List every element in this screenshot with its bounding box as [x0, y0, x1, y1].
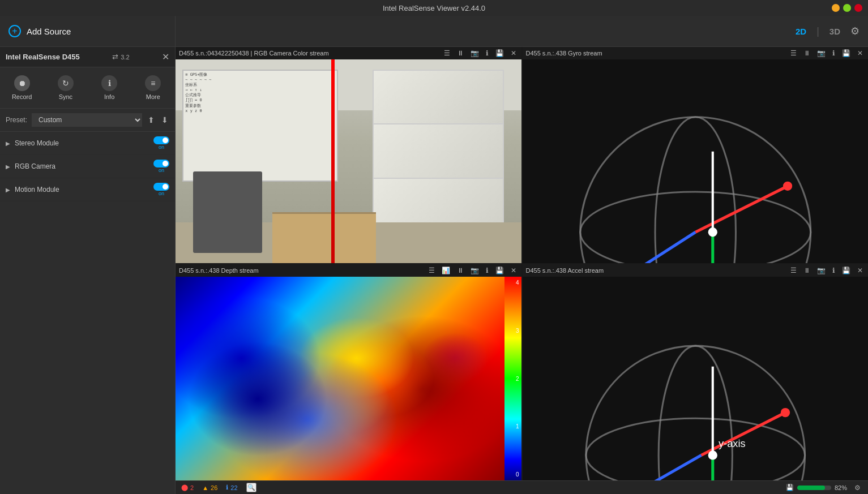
rgb-toggle[interactable] [153, 160, 169, 167]
gyro-close-button[interactable]: ✕ [856, 49, 865, 58]
view-3d-button[interactable]: 3D [825, 24, 845, 38]
error-icon: ⬤ [181, 484, 188, 491]
rgb-stream-content: ≡ GPS+图像~ ~ ~ ~ ~ ~坐标系→ ← ↑ ↓公式推导∫∑∏ = 0… [176, 59, 521, 263]
search-log-icon: 🔍 [247, 484, 255, 491]
accel-stream-content: y-axis [523, 277, 869, 480]
depth-stream-panel: D455 s.n.:.438 Depth stream ☰ 📊 ⏸ 📷 ℹ 💾 … [176, 264, 521, 480]
motion-toggle-container: on [153, 183, 169, 196]
gyro-pause-button[interactable]: ⏸ [802, 49, 812, 58]
rgb-stream-header: D455 s.n.:043422250438 | RGB Camera Colo… [176, 47, 521, 59]
depth-list-button[interactable]: ☰ [427, 266, 437, 275]
rgb-save-button[interactable]: 💾 [494, 49, 506, 58]
office-scene: ≡ GPS+图像~ ~ ~ ~ ~ ~坐标系→ ← ↑ ↓公式推导∫∑∏ = 0… [176, 59, 521, 263]
record-button[interactable]: ⏺ Record [0, 72, 44, 104]
cabinet-door-2 [373, 124, 503, 178]
rgb-list-button[interactable]: ☰ [442, 49, 452, 58]
rgb-pause-button[interactable]: ⏸ [455, 49, 465, 58]
rgb-stream-panel: D455 s.n.:043422250438 | RGB Camera Colo… [176, 47, 521, 263]
accel-list-button[interactable]: ☰ [789, 266, 798, 275]
more-icon: ≡ [145, 75, 161, 91]
gyro-stream-header: D455 s.n.:.438 Gyro stream ☰ ⏸ 📷 ℹ 💾 ✕ [523, 47, 869, 59]
gyro-save-button[interactable]: 💾 [840, 49, 852, 58]
accel-save-button[interactable]: 💾 [840, 266, 852, 275]
preset-download-button[interactable]: ⬇ [160, 114, 169, 126]
maximize-button[interactable] [843, 4, 851, 12]
status-settings-button[interactable]: ⚙ [853, 483, 862, 492]
warning-status: ▲ 26 [202, 484, 217, 491]
svg-point-10 [708, 227, 717, 237]
gyro-info-button[interactable]: ℹ [831, 49, 837, 58]
depth-info-button[interactable]: ℹ [484, 266, 490, 275]
depth-pause-button[interactable]: ⏸ [455, 266, 465, 275]
rgb-camera-button[interactable]: 📷 [469, 49, 481, 58]
search-log-button[interactable]: 🔍 [246, 483, 256, 492]
accel-close-button[interactable]: ✕ [856, 266, 865, 275]
info-count: 22 [230, 484, 237, 491]
more-button[interactable]: ≡ More [131, 72, 175, 104]
rgb-toggle-label: on [159, 167, 164, 173]
red-bar-left [331, 59, 335, 263]
svg-point-2 [655, 117, 736, 263]
view-controls-bar: 2D | 3D ⚙ [176, 16, 868, 47]
status-bar: ⬤ 2 ▲ 26 ℹ 22 🔍 💾 82% [176, 480, 868, 494]
accel-info-button[interactable]: ℹ [831, 266, 837, 275]
stereo-toggle-label: on [159, 144, 164, 150]
accel-visualization: y-axis [523, 277, 869, 480]
accel-camera-button[interactable]: 📷 [815, 266, 827, 275]
rgb-close-button[interactable]: ✕ [509, 49, 518, 58]
info-icon: ℹ [101, 75, 117, 91]
gyro-stream-title: D455 s.n.:.438 Gyro stream [526, 50, 786, 57]
status-right: 💾 82% ⚙ [786, 483, 862, 492]
close-device-button[interactable]: ✕ [162, 51, 169, 62]
preset-select[interactable]: Custom [32, 113, 142, 127]
colorbar-2: 2 [507, 376, 519, 382]
module-row-rgb[interactable]: ▶ RGB Camera on [0, 155, 175, 178]
depth-stream-header: D455 s.n.:.438 Depth stream ☰ 📊 ⏸ 📷 ℹ 💾 … [176, 264, 521, 277]
sync-button[interactable]: ↻ Sync [44, 72, 87, 104]
add-source-bar[interactable]: + Add Source [0, 16, 175, 47]
stereo-toggle[interactable] [153, 136, 169, 144]
usb-version: 3.2 [121, 54, 129, 61]
colorbar-3: 3 [507, 328, 519, 334]
depth-visualization [176, 277, 504, 480]
accel-pause-button[interactable]: ⏸ [802, 266, 812, 275]
view-2d-button[interactable]: 2D [791, 24, 811, 38]
svg-point-1 [580, 192, 810, 263]
stereo-toggle-container: on [153, 136, 169, 150]
svg-point-0 [580, 117, 810, 263]
motion-chevron-icon: ▶ [6, 187, 10, 193]
preset-row: Preset: Custom ⬆ ⬇ [0, 109, 175, 132]
settings-button[interactable]: ⚙ [850, 25, 860, 37]
depth-chart-button[interactable]: 📊 [440, 266, 452, 275]
gyro-stream-content [523, 59, 869, 263]
module-row-motion[interactable]: ▶ Motion Module on [0, 178, 175, 201]
add-source-icon: + [8, 25, 21, 37]
rgb-info-button[interactable]: ℹ [484, 49, 490, 58]
fps-fill [797, 486, 825, 490]
warning-icon: ▲ [202, 484, 208, 491]
device-usb: ⇄ 3.2 [112, 53, 129, 61]
motion-toggle[interactable] [153, 183, 169, 191]
depth-camera-button[interactable]: 📷 [469, 266, 481, 275]
accel-stream-title: D455 s.n.:.438 Accel stream [526, 267, 786, 274]
minimize-button[interactable] [832, 4, 840, 12]
accel-stream-panel: D455 s.n.:.438 Accel stream ☰ ⏸ 📷 ℹ 💾 ✕ [523, 264, 869, 480]
add-source-label: Add Source [27, 27, 71, 36]
sync-label: Sync [59, 93, 72, 100]
close-button[interactable] [854, 4, 862, 12]
gyro-camera-button[interactable]: 📷 [815, 49, 827, 58]
depth-close-button[interactable]: ✕ [509, 266, 518, 275]
device-header: Intel RealSense D455 ⇄ 3.2 ✕ [0, 47, 175, 67]
depth-save-button[interactable]: 💾 [494, 266, 506, 275]
preset-upload-button[interactable]: ⬆ [147, 114, 156, 126]
gyro-list-button[interactable]: ☰ [789, 49, 798, 58]
module-row-stereo[interactable]: ▶ Stereo Module on [0, 132, 175, 155]
office-cabinet [373, 70, 504, 233]
fps-label: 82% [835, 484, 847, 491]
device-toolbar: ⏺ Record ↻ Sync ℹ Info ≡ More [0, 67, 175, 109]
gyro-visualization [523, 59, 869, 263]
main-layout: + Add Source Intel RealSense D455 ⇄ 3.2 … [0, 16, 868, 494]
svg-point-11 [585, 346, 805, 480]
info-button[interactable]: ℹ Info [88, 72, 131, 104]
colorbar-1: 1 [507, 423, 519, 429]
